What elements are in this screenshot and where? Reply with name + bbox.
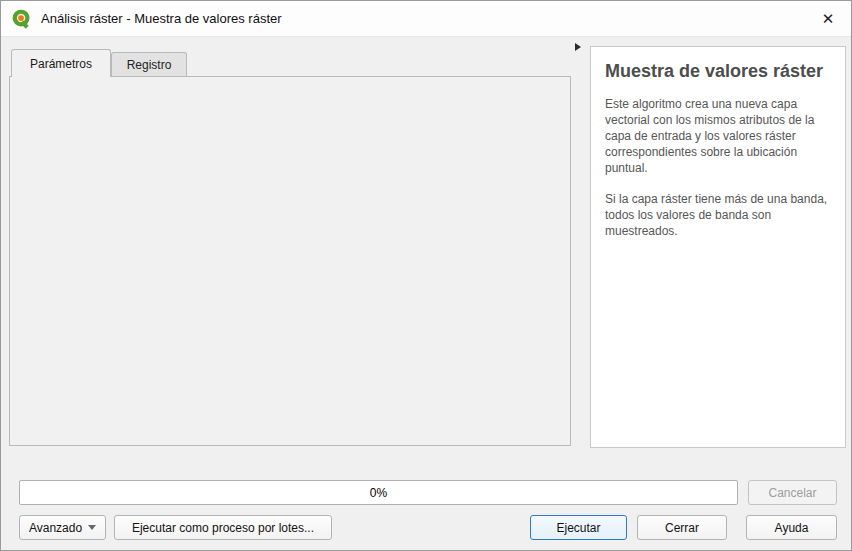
help-title: Muestra de valores ráster <box>605 61 831 82</box>
close-button[interactable]: Cerrar <box>637 515 727 540</box>
close-icon[interactable]: ✕ <box>817 9 839 29</box>
sample-raster-values-dialog: Análisis ráster - Muestra de valores rás… <box>0 0 852 551</box>
title-bar: Análisis ráster - Muestra de valores rás… <box>1 1 852 37</box>
help-button[interactable]: Ayuda <box>746 515 837 540</box>
collapse-panel-icon[interactable] <box>575 43 581 51</box>
chevron-down-icon <box>88 525 96 530</box>
cancel-button: Cancelar <box>748 480 837 505</box>
help-panel: Muestra de valores ráster Este algoritmo… <box>590 46 846 448</box>
tab-registro[interactable]: Registro <box>111 52 187 77</box>
parameters-pane <box>9 76 571 446</box>
run-button[interactable]: Ejecutar <box>530 515 627 540</box>
window-title: Análisis ráster - Muestra de valores rás… <box>41 11 282 26</box>
run-as-batch-button[interactable]: Ejecutar como proceso por lotes... <box>114 515 332 540</box>
progress-value: 0% <box>370 486 387 500</box>
advanced-button[interactable]: Avanzado <box>19 515 106 540</box>
qgis-logo-icon <box>11 8 33 30</box>
tab-parametros[interactable]: Parámetros <box>11 49 111 77</box>
help-paragraph: Este algoritmo crea una nueva capa vecto… <box>605 96 831 177</box>
help-paragraph: Si la capa ráster tiene más de una banda… <box>605 191 831 240</box>
progress-bar: 0% <box>19 480 738 505</box>
